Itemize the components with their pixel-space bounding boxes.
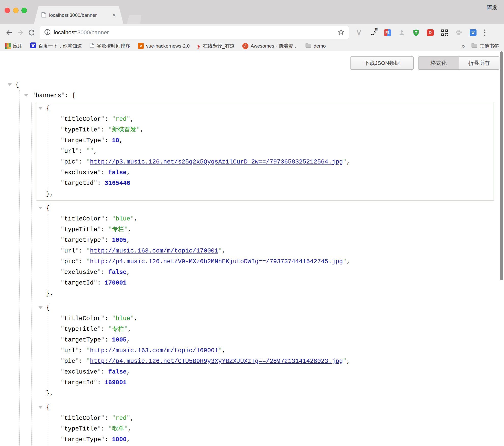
address-bar[interactable]: localhost:3000/banner	[40, 26, 349, 39]
bookmark-label: Awesomes - 前端资…	[251, 43, 298, 49]
json-property-row: "pic": "http://p3.music.126.net/s25q2x5Q…	[47, 157, 494, 167]
reload-button[interactable]	[26, 27, 37, 38]
collapse-toggle-icon[interactable]	[38, 107, 43, 110]
json-property-row: "titleColor": "red",	[47, 114, 494, 125]
bookmarks-bar: 应用百度一下，你就知道谷歌按时间排序Vvue-hackernews-2.0y在线…	[0, 41, 504, 51]
bookmark-item[interactable]: 百度一下，你就知道	[30, 42, 82, 50]
format-button[interactable]: 格式化	[418, 56, 459, 70]
bookmark-item[interactable]: AAwesomes - 前端资…	[242, 43, 298, 49]
tab-bar: localhost:3000/banner × 阿发	[0, 0, 504, 24]
json-link[interactable]: http://music.163.com/m/topic/169001	[90, 347, 218, 354]
bookmarks-overflow-chevron[interactable]: »	[461, 42, 465, 50]
json-link[interactable]: http://p4.music.126.net/CTU5B9R9y3XyYBZX…	[90, 358, 343, 365]
json-property-row: "titleColor": "blue",	[47, 214, 494, 224]
json-link[interactable]: http://music.163.com/m/topic/170001	[90, 247, 218, 254]
person-icon[interactable]	[396, 27, 407, 38]
apps-grid-icon	[5, 43, 11, 49]
other-bookmarks-label: 其他书签	[480, 43, 499, 49]
collapse-toggle-icon[interactable]	[38, 306, 43, 309]
bookmark-label: 谷歌按时间排序	[96, 43, 130, 49]
json-link[interactable]: http://p3.music.126.net/s25q2x5QyqsAzilC…	[90, 158, 343, 165]
bookmark-label: demo	[314, 43, 326, 49]
json-property-row: "exclusive": false,	[47, 167, 494, 178]
folder-icon	[305, 43, 311, 49]
json-array-item: {"titleColor": "red","typeTitle": "新碟首发"…	[36, 102, 494, 201]
other-bookmarks-folder[interactable]: 其他书签	[471, 43, 499, 49]
vue-devtools-icon[interactable]: V	[354, 27, 364, 38]
json-property-row: "exclusive": false,	[47, 367, 494, 377]
json-property-row: "titleColor": "red",	[47, 413, 494, 424]
extension-icons: V英FE»	[354, 27, 478, 38]
media-forward-icon[interactable]: »	[425, 27, 436, 38]
json-array-item: {"titleColor": "blue","typeTitle": "专栏",…	[36, 202, 494, 300]
collapse-toggle-icon[interactable]	[38, 207, 43, 209]
page-content: 下载JSON数据 格式化 折叠所有 {"banners": [{"titleCo…	[0, 51, 504, 446]
json-property-row: "pic": "http://p4.music.126.net/CTU5B9R9…	[47, 356, 494, 367]
json-property-row: "targetId": 170001	[47, 278, 494, 288]
json-link[interactable]: http://p4.music.126.net/V9-MXz6b2MNhEKju…	[90, 258, 343, 265]
download-json-button[interactable]: 下载JSON数据	[350, 56, 414, 70]
youdao-icon: y	[197, 43, 201, 49]
folder-icon	[471, 43, 477, 49]
json-property-row: "url": "",	[47, 146, 494, 157]
bookmark-item[interactable]: y在线翻译_有道	[197, 43, 235, 49]
bookmark-star-icon[interactable]	[338, 28, 345, 37]
json-property-row: "typeTitle": "专栏",	[47, 224, 494, 235]
json-property-row: "targetType": 10,	[47, 135, 494, 146]
json-property-row: "url": "http://music.163.com/m/topic/170…	[47, 246, 494, 256]
paw-icon[interactable]	[453, 27, 464, 38]
collapse-toggle-icon[interactable]	[24, 94, 28, 97]
bookmark-item[interactable]: 谷歌按时间排序	[90, 43, 130, 49]
qr-code-icon[interactable]	[439, 27, 450, 38]
collapse-toggle-icon[interactable]	[8, 83, 12, 86]
json-property-row: "typeTitle": "专栏",	[47, 324, 494, 335]
view-toggle-group: 格式化 折叠所有	[418, 56, 499, 70]
browser-tab[interactable]: localhost:3000/banner ×	[34, 6, 123, 24]
page-info-icon[interactable]	[44, 29, 51, 36]
vue-icon: V	[138, 43, 144, 49]
json-property-row: "targetType": 1005,	[47, 335, 494, 345]
json-property-row: "url": "http://music.163.com/m/topic/169…	[47, 345, 494, 356]
page-icon	[90, 43, 94, 49]
security-shield-icon[interactable]	[468, 27, 478, 38]
collapse-toggle-icon[interactable]	[38, 406, 43, 409]
bookmark-item[interactable]: demo	[305, 43, 326, 49]
minimize-window-button[interactable]	[13, 8, 19, 13]
json-property-row: "targetId": 169001	[47, 377, 494, 388]
green-shield-icon[interactable]	[411, 27, 421, 38]
profile-name[interactable]: 阿发	[487, 4, 497, 11]
bookmark-label: 应用	[13, 43, 23, 49]
fe-helper-icon[interactable]: FE	[382, 27, 393, 38]
bookmark-item[interactable]: 应用	[5, 43, 23, 49]
json-property-row: "titleColor": "blue",	[47, 313, 494, 324]
window-controls	[5, 8, 27, 13]
close-window-button[interactable]	[5, 8, 10, 13]
bookmark-label: 在线翻译_有道	[203, 43, 235, 49]
page-favicon-icon	[41, 12, 46, 19]
json-property-row: "typeTitle": "歌单",	[47, 424, 494, 434]
url-text: localhost:3000/banner	[54, 29, 338, 36]
zoom-window-button[interactable]	[21, 8, 27, 13]
json-property-row: "pic": "http://p4.music.126.net/V9-MXz6b…	[47, 256, 494, 267]
tab-close-icon[interactable]: ×	[112, 12, 116, 18]
awesomes-icon: A	[242, 43, 248, 49]
back-button[interactable]	[4, 27, 15, 38]
json-banners-row: "banners": [	[20, 90, 504, 101]
json-property-row: "targetId": 3165446	[47, 178, 494, 189]
baidu-paw-icon	[30, 42, 36, 50]
scrollbar-thumb[interactable]	[500, 51, 503, 280]
tab-title: localhost:3000/banner	[49, 12, 109, 18]
bookmark-label: vue-hackernews-2.0	[146, 43, 190, 49]
new-tab-button[interactable]	[127, 15, 141, 24]
browser-toolbar: localhost:3000/banner V英FE»	[0, 24, 504, 41]
url-path: :3000/banner	[76, 29, 109, 36]
translate-icon[interactable]: 英	[368, 27, 379, 38]
json-tree: {"banners": [{"titleColor": "red","typeT…	[0, 51, 504, 446]
bookmark-item[interactable]: Vvue-hackernews-2.0	[138, 43, 190, 49]
forward-button[interactable]	[15, 27, 26, 38]
menu-kebab-icon[interactable]	[481, 27, 488, 38]
json-property-row: "targetType": 1000,	[47, 434, 494, 445]
json-array-item: {"titleColor": "blue","typeTitle": "专栏",…	[36, 301, 494, 400]
json-array-item: {"titleColor": "red","typeTitle": "歌单","…	[36, 401, 494, 446]
collapse-all-button[interactable]: 折叠所有	[459, 56, 499, 70]
